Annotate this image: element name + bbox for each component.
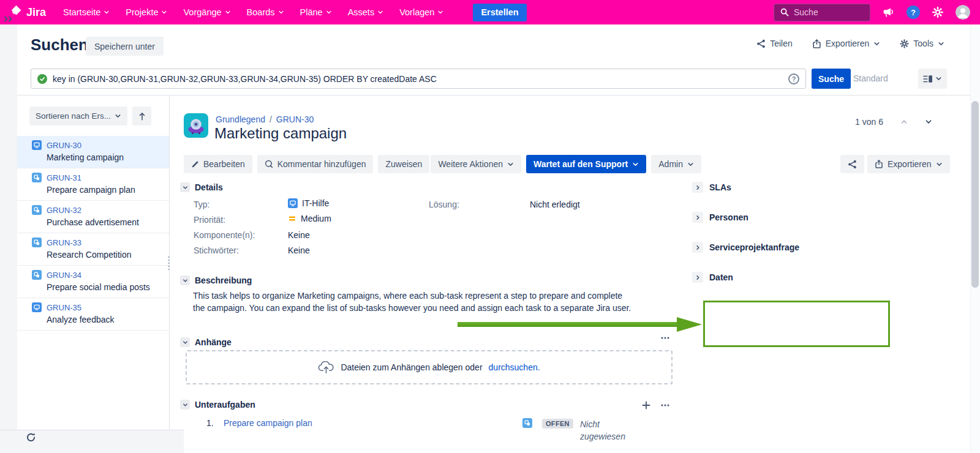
issue-row-grun-35[interactable]: GRUN-35 Analyze feedback [17,298,169,331]
issue-view-actions: Exportieren [840,155,950,173]
workflow-status-button[interactable]: Wartet auf den Support [526,155,646,173]
issue-summary: Prepare social media posts [47,282,164,292]
chevron-down-icon [326,9,332,15]
search-mode-toggle[interactable]: Standard [853,73,888,83]
announcements-icon[interactable] [883,7,894,18]
priority-medium-icon [288,214,296,223]
collapse-section-icon[interactable] [180,182,190,192]
brand-label: Jira [26,6,46,19]
jql-help-icon[interactable]: ? [788,73,799,84]
nav-item-projekte[interactable]: Projekte [126,7,167,17]
subtasks-overflow-icon[interactable] [660,403,670,407]
breadcrumb-separator: / [270,114,272,124]
save-as-button[interactable]: Speichern unter [86,37,164,56]
previous-issue-icon[interactable] [900,118,908,125]
admin-button[interactable]: Admin [651,155,701,173]
it-help-type-icon [288,198,298,208]
global-search[interactable] [774,4,870,21]
issue-row-grun-30[interactable]: GRUN-30 Marketing campaign [17,136,169,168]
annotation-rectangle [703,301,890,347]
chevron-down-icon [507,161,514,168]
gear-icon[interactable] [932,7,943,18]
subtask-link[interactable]: Prepare campaign plan [224,418,312,428]
nav-item-vorgaenge[interactable]: Vorgänge [183,7,230,17]
cloud-upload-icon [318,361,334,374]
collapse-section-icon[interactable] [180,400,190,410]
breadcrumb-project-link[interactable]: Grundlegend [216,114,265,124]
browse-files-link[interactable]: durchsuchen. [489,362,540,372]
nav-item-boards[interactable]: Boards [247,7,284,17]
add-comment-button[interactable]: Kommentar hinzufügen [257,155,374,173]
refresh-icon[interactable] [26,432,36,444]
labels-label: Stichwörter: [194,245,239,255]
vertical-scrollbar-thumb[interactable] [971,101,979,288]
collapse-section-icon[interactable] [180,337,190,347]
issue-row-grun-34[interactable]: GRUN-34 Prepare social media posts [17,266,169,298]
chevron-down-icon [115,113,121,119]
global-search-input[interactable] [794,7,861,17]
user-avatar[interactable] [956,5,970,20]
subtask-number: 1. [206,418,214,428]
jql-input[interactable] [53,74,788,84]
project-avatar[interactable] [184,113,208,138]
share-icon [848,160,857,169]
export-issue-button[interactable]: Exportieren [867,155,950,173]
type-value: IT-Hilfe [288,198,329,208]
jira-logo[interactable]: Jira [10,4,46,20]
search-button[interactable]: Suche [812,69,851,89]
nav-item-vorlagen[interactable]: Vorlagen [399,7,443,17]
pencil-icon [191,160,199,168]
issue-row-grun-32[interactable]: GRUN-32 Purchase advertisement [17,201,169,233]
export-menu-button[interactable]: Exportieren [812,39,881,48]
chevron-down-icon [938,40,944,47]
collapsed-sidebar-strip [0,24,17,453]
search-icon [780,8,789,17]
nav-item-plaene[interactable]: Pläne [300,7,332,17]
result-pager: 1 von 6 [855,117,932,127]
sort-by-dropdown[interactable]: Sortieren nach Ers... [29,107,127,125]
collapse-section-icon[interactable] [180,275,190,285]
chevron-down-icon [437,9,443,15]
chevron-down-icon [161,9,167,15]
help-icon[interactable]: ? [907,6,920,19]
nav-right: ? [774,4,970,21]
components-label: Komponente(n): [194,230,255,240]
nav-item-assets[interactable]: Assets [348,7,384,17]
panel-daten[interactable]: Daten [692,272,733,283]
chevron-down-icon [687,161,694,168]
panel-slas[interactable]: SLAs [692,182,731,193]
nav-item-startseite[interactable]: Startseite [63,7,110,17]
chevron-down-icon [632,161,639,168]
layout-switcher-button[interactable] [918,69,947,89]
chevron-right-icon [692,212,703,223]
panel-personen[interactable]: Personen [692,212,748,223]
issue-key: GRUN-31 [47,173,81,182]
attachments-overflow-icon[interactable] [660,336,670,340]
issue-row-grun-31[interactable]: GRUN-31 Prepare campaign plan [17,168,169,201]
panel-resize-handle[interactable] [167,256,171,274]
issue-summary: Research Competition [47,250,164,260]
page-title: Suchen [31,36,88,54]
issue-row-grun-33[interactable]: GRUN-33 Research Competition [17,233,169,266]
expand-sidebar-icon[interactable] [3,15,14,25]
sort-direction-button[interactable] [132,107,151,125]
type-label: Typ: [194,200,209,209]
share-button[interactable]: Teilen [756,39,793,48]
add-subtask-icon[interactable] [642,401,650,410]
tools-menu-button[interactable]: Tools [900,39,944,48]
assign-button[interactable]: Zuweisen [378,155,429,173]
edit-button[interactable]: Bearbeiten [184,155,252,173]
breadcrumb-issue-link[interactable]: GRUN-30 [276,114,314,124]
gear-icon [900,39,909,48]
chevron-right-icon [692,242,703,253]
create-button[interactable]: Erstellen [473,4,526,21]
chevron-right-icon [692,272,703,283]
more-actions-button[interactable]: Weitere Aktionen [431,155,521,173]
attachment-dropzone[interactable]: Dateien zum Anhängen ablegen oder durchs… [186,350,673,384]
next-issue-icon[interactable] [925,118,932,125]
annotation-arrowhead [677,317,702,332]
panel-serviceprojektanfrage[interactable]: Serviceprojektanfrage [692,242,799,253]
subtask-type-icon [32,173,42,182]
share-issue-button[interactable] [840,155,864,173]
it-help-type-icon [32,140,42,150]
